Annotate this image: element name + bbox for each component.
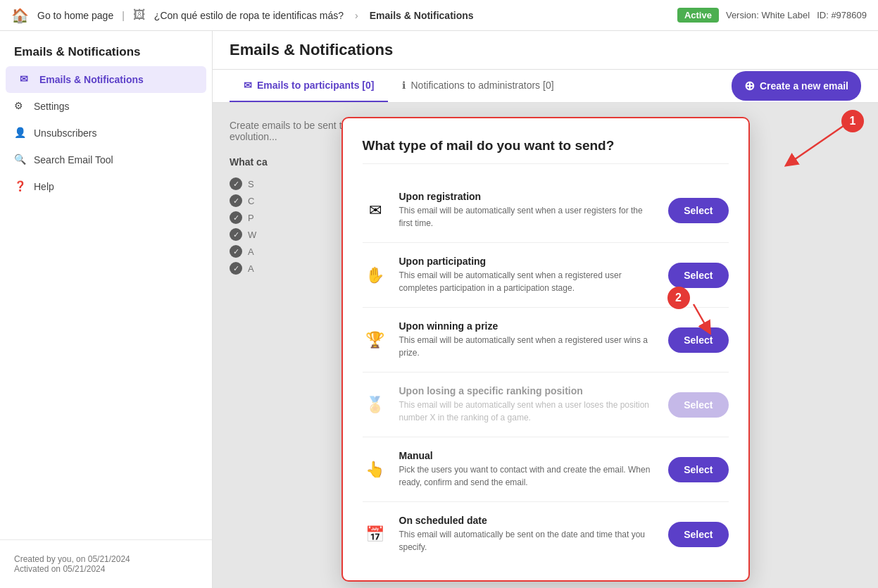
home-link[interactable]: Go to home page (37, 10, 113, 21)
home-label: Go to home page (37, 10, 113, 21)
main: Emails & Notifications ✉ Emails to parti… (213, 31, 878, 588)
losing-icon: 🏅 (363, 392, 388, 418)
modal-wrapper: What type of mail do you want to send? ✉… (213, 103, 878, 588)
mail-type-row-losing: 🏅 Upon losing a specific ranking positio… (363, 373, 729, 437)
breadcrumb-chevron: › (355, 10, 358, 21)
manual-desc: Pick the users you want to contact with … (399, 463, 658, 489)
ann2-circle: 2 (667, 287, 690, 309)
modal-title: What type of mail do you want to send? (363, 138, 729, 164)
select-winning-button[interactable]: Select (668, 327, 728, 353)
sidebar-item-label: Search Email Tool (34, 154, 113, 165)
mail-type-modal: What type of mail do you want to send? ✉… (341, 117, 750, 582)
tab-notifications-admins[interactable]: ℹ Notifications to administrators [0] (388, 70, 567, 102)
created-by: Created by you, on 05/21/2024 (14, 554, 198, 564)
select-participating-button[interactable]: Select (668, 263, 728, 288)
breadcrumb-sep1: | (122, 10, 125, 21)
participating-title: Upon participating (399, 256, 658, 267)
tab-emails-label: Emails to participants [0] (257, 80, 374, 91)
winning-info: Upon winning a prize This email will be … (399, 320, 658, 359)
sidebar-section-title: Emails & Notifications (0, 31, 212, 66)
sidebar-item-unsubscribers[interactable]: 👤 Unsubscribers (0, 120, 212, 146)
sidebar-item-search-email[interactable]: 🔍 Search Email Tool (0, 146, 212, 173)
nav-search-icon: 🔍 (14, 154, 27, 166)
registration-title: Upon registration (399, 191, 658, 202)
ann1-circle: 1 (841, 110, 864, 132)
participating-icon: ✋ (363, 263, 388, 288)
version-label: Version: White Label (726, 10, 810, 20)
participating-desc: This email will be automatically sent wh… (399, 269, 658, 294)
create-btn-label: Create a new email (760, 80, 848, 92)
create-new-email-button[interactable]: ⊕ Create a new email (732, 71, 861, 101)
mail-type-row-manual: 👆 Manual Pick the users you want to cont… (363, 437, 729, 502)
manual-title: Manual (399, 450, 658, 461)
manual-icon: 👆 (363, 457, 388, 482)
tab-notif-icon: ℹ (402, 80, 406, 91)
main-header: Emails & Notifications (213, 31, 878, 70)
nav-emails-icon: ✉ (20, 73, 32, 86)
registration-icon: ✉ (363, 198, 388, 223)
campaign-name[interactable]: ¿Con qué estilo de ropa te identificas m… (154, 10, 344, 21)
losing-desc: This email will be automatically sent wh… (399, 399, 658, 424)
sidebar-item-label: Emails & Notifications (39, 74, 144, 85)
tab-notif-label: Notifications to administrators [0] (410, 80, 553, 91)
select-losing-button: Select (668, 392, 728, 418)
layout: Emails & Notifications ✉ Emails & Notifi… (0, 31, 878, 588)
select-scheduled-button[interactable]: Select (668, 522, 728, 547)
nav-settings-icon: ⚙ (14, 100, 27, 113)
participating-info: Upon participating This email will be au… (399, 256, 658, 294)
topbar: 🏠 Go to home page | 🖼 ¿Con qué estilo de… (0, 0, 878, 31)
annotation-1: 1 (841, 110, 864, 132)
sidebar-item-label: Unsubscribers (34, 127, 96, 139)
mail-type-row-winning: 🏆 Upon winning a prize This email will b… (363, 308, 729, 373)
id-label: ID: #978609 (817, 10, 867, 20)
scheduled-title: On scheduled date (399, 515, 658, 526)
select-registration-button[interactable]: Select (668, 198, 728, 223)
scheduled-icon: 📅 (363, 522, 388, 547)
main-content: Create emails to be sent to the particip… (213, 103, 878, 588)
tabs-bar: ✉ Emails to participants [0] ℹ Notificat… (213, 70, 878, 103)
tab-emails-participants[interactable]: ✉ Emails to participants [0] (230, 70, 388, 102)
registration-desc: This email will be automatically sent wh… (399, 204, 658, 230)
nav-unsubscribers-icon: 👤 (14, 127, 27, 139)
active-badge: Active (677, 8, 719, 23)
mail-type-row-registration: ✉ Upon registration This email will be a… (363, 178, 729, 243)
annotation-2: 2 (667, 287, 690, 309)
breadcrumb-page: Emails & Notifications (370, 10, 474, 21)
sidebar: Emails & Notifications ✉ Emails & Notifi… (0, 31, 213, 588)
topbar-right: Active Version: White Label ID: #978609 (677, 8, 867, 23)
registration-info: Upon registration This email will be aut… (399, 191, 658, 230)
tab-emails-icon: ✉ (244, 80, 252, 91)
sidebar-item-help[interactable]: ❓ Help (0, 173, 212, 200)
losing-info: Upon losing a specific ranking position … (399, 385, 658, 424)
scheduled-info: On scheduled date This email will automa… (399, 515, 658, 553)
sidebar-nav: ✉ Emails & Notifications ⚙ Settings 👤 Un… (0, 66, 212, 200)
nav-help-icon: ❓ (14, 180, 27, 193)
sidebar-footer: Created by you, on 05/21/2024 Activated … (0, 539, 212, 588)
winning-title: Upon winning a prize (399, 320, 658, 332)
page-title: Emails & Notifications (230, 41, 393, 59)
activated-on: Activated on 05/21/2024 (14, 564, 198, 574)
losing-title: Upon losing a specific ranking position (399, 385, 658, 396)
create-plus-icon: ⊕ (744, 78, 755, 94)
sidebar-item-settings[interactable]: ⚙ Settings (0, 93, 212, 120)
select-manual-button[interactable]: Select (668, 457, 728, 482)
manual-info: Manual Pick the users you want to contac… (399, 450, 658, 489)
scheduled-desc: This email will automatically be sent on… (399, 528, 658, 553)
winning-icon: 🏆 (363, 327, 388, 353)
sidebar-item-label: Settings (34, 101, 70, 112)
sidebar-item-emails-notifications[interactable]: ✉ Emails & Notifications (6, 66, 206, 93)
sidebar-item-label: Help (34, 181, 54, 192)
winning-desc: This email will be automatically sent wh… (399, 334, 658, 359)
mail-type-row-scheduled: 📅 On scheduled date This email will auto… (363, 502, 729, 566)
